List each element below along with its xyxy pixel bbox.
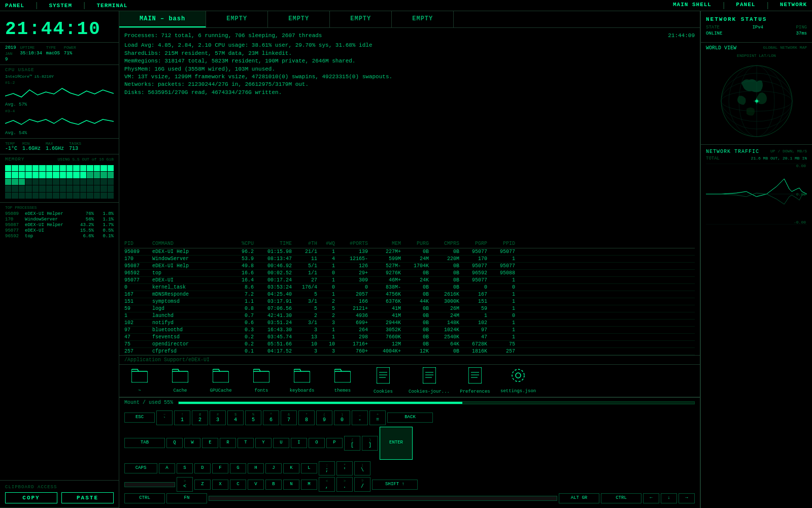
key-right[interactable]: →: [679, 493, 695, 503]
file-item[interactable]: ~: [124, 368, 155, 393]
key-x[interactable]: X: [212, 480, 228, 490]
key-t[interactable]: T: [238, 438, 254, 448]
key-y[interactable]: Y: [255, 438, 272, 448]
key-enter[interactable]: ENTER: [380, 427, 413, 460]
key-d[interactable]: D: [194, 463, 211, 473]
key-lbracket[interactable]: {[: [344, 436, 360, 451]
key-semicolon[interactable]: :;: [319, 461, 335, 476]
key-1[interactable]: !1: [174, 410, 190, 425]
topbar-panel[interactable]: PANEL: [5, 3, 24, 9]
key-n[interactable]: N: [283, 480, 299, 490]
file-item[interactable]: Cookies-jour...: [409, 367, 450, 394]
key-s[interactable]: S: [177, 463, 193, 473]
tab-empty3[interactable]: EMPTY: [330, 11, 392, 27]
key-backslash[interactable]: |\: [354, 461, 370, 476]
key-angle[interactable]: ><: [177, 477, 193, 492]
file-item[interactable]: GPUCache: [206, 368, 236, 393]
proc-row: 95087eDEX-UI Helper43.2%1.7%: [5, 223, 114, 228]
net-traffic-title: NETWORK TRAFFIC: [706, 149, 759, 154]
topbar-panel2[interactable]: PANEL: [736, 2, 755, 10]
terminal-line: PhysMem: 16G used (3558M wired), 103M un…: [124, 66, 695, 73]
memory-usage: USING 5.5 OUT of 16 GiB: [58, 157, 114, 164]
key-e[interactable]: E: [202, 438, 218, 448]
mem-cell: [25, 179, 31, 185]
paste-button[interactable]: PASTE: [61, 492, 114, 503]
key-ctrl2[interactable]: CTRL: [601, 493, 641, 503]
key-i[interactable]: I: [291, 438, 307, 448]
key-comma[interactable]: <,: [319, 477, 335, 492]
key-spacebar[interactable]: [209, 496, 557, 501]
key-0[interactable]: )0: [334, 410, 350, 425]
file-item[interactable]: Preferences: [460, 367, 490, 394]
key-fn[interactable]: FN: [166, 493, 207, 503]
key-b[interactable]: B: [265, 480, 282, 490]
table-row: 97 bluetoothd 0.3 16:43.30 3 1 264 3052K…: [124, 327, 695, 334]
key-quote[interactable]: "': [336, 461, 353, 476]
file-item[interactable]: settings.json: [500, 368, 536, 394]
key-6[interactable]: ^6: [263, 410, 279, 425]
key-8[interactable]: *8: [298, 410, 315, 425]
file-item[interactable]: Cookies: [368, 367, 398, 394]
key-ctrl[interactable]: CTRL: [124, 493, 165, 503]
tab-empty2[interactable]: EMPTY: [268, 11, 330, 27]
key-slash[interactable]: ?/: [354, 477, 370, 492]
topbar-terminal[interactable]: TERMINAL: [96, 3, 127, 9]
key-m[interactable]: M: [301, 480, 317, 490]
key-c[interactable]: C: [230, 480, 246, 490]
file-item[interactable]: themes: [327, 368, 358, 393]
mem-cell: [73, 165, 79, 171]
key-k[interactable]: K: [283, 463, 299, 473]
key-h[interactable]: H: [248, 463, 264, 473]
key-7[interactable]: &7: [281, 410, 297, 425]
endpoint-label: ENDPOINT LAT/LON: [737, 53, 776, 58]
key-shift[interactable]: SHIFT ↑: [372, 480, 418, 490]
key-p[interactable]: P: [326, 438, 343, 448]
file-item[interactable]: fonts: [246, 368, 277, 393]
terminal-output[interactable]: Processes: 712 total, 6 running, 706 sle…: [119, 28, 700, 239]
key-period[interactable]: >.: [336, 477, 353, 492]
mem-cell: [100, 185, 107, 192]
key-a[interactable]: A: [159, 463, 175, 473]
tab-empty1[interactable]: EMPTY: [206, 11, 268, 27]
topbar-right: MAIN SHELL | PANEL | NETWORK: [673, 2, 807, 10]
key-rbracket[interactable]: }]: [362, 436, 378, 451]
file-icon: [213, 368, 229, 386]
key-altgr[interactable]: ALT GR: [559, 493, 599, 503]
key-o[interactable]: O: [309, 438, 325, 448]
topbar-mainshell[interactable]: MAIN SHELL: [673, 2, 712, 10]
key-minus[interactable]: _-: [352, 410, 368, 425]
tab-main[interactable]: MAIN – bash: [119, 11, 206, 27]
key-z[interactable]: Z: [194, 480, 211, 490]
key-r[interactable]: R: [220, 438, 236, 448]
key-f[interactable]: F: [212, 463, 228, 473]
file-item[interactable]: keyboards: [287, 368, 317, 393]
key-5[interactable]: %5: [245, 410, 261, 425]
key-2[interactable]: @2: [192, 410, 208, 425]
topbar-network[interactable]: NETWORK: [780, 2, 807, 10]
key-4[interactable]: $4: [227, 410, 244, 425]
key-v[interactable]: V: [248, 480, 264, 490]
key-left[interactable]: ←: [643, 493, 659, 503]
key-tilde[interactable]: ~`: [156, 410, 173, 425]
key-esc[interactable]: ESC: [124, 412, 155, 423]
key-equals[interactable]: +=: [369, 410, 386, 425]
key-space-left[interactable]: [124, 482, 175, 487]
key-backspace[interactable]: BACK: [387, 412, 433, 423]
key-q[interactable]: Q: [166, 438, 183, 448]
net-state-val: ONLINE: [706, 31, 722, 36]
key-9[interactable]: (9: [316, 410, 332, 425]
key-l[interactable]: L: [301, 463, 317, 473]
key-3[interactable]: #3: [210, 410, 226, 425]
key-u[interactable]: U: [273, 438, 289, 448]
key-caps[interactable]: CAPS: [124, 463, 157, 473]
tab-empty4[interactable]: EMPTY: [392, 11, 454, 27]
key-g[interactable]: G: [230, 463, 246, 473]
topbar-system[interactable]: SYSTEM: [49, 3, 72, 9]
key-w[interactable]: W: [184, 438, 200, 448]
key-j[interactable]: J: [265, 463, 282, 473]
key-tab[interactable]: TAB: [124, 438, 165, 448]
key-row-3: CAPS A S D F G H J K L :; "' |\: [124, 461, 695, 476]
key-down[interactable]: ↓: [661, 493, 677, 503]
copy-button[interactable]: COPY: [5, 492, 57, 503]
file-item[interactable]: Cache: [165, 368, 195, 393]
